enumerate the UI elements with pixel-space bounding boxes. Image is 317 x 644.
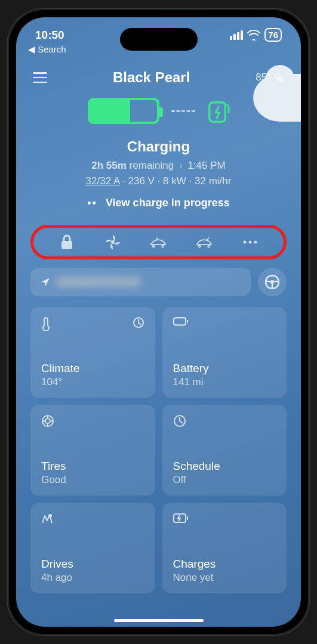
svg-point-14 (45, 419, 50, 423)
svg-point-1 (278, 77, 283, 82)
climate-card[interactable]: Climate 104° (30, 307, 155, 398)
svg-rect-3 (61, 241, 72, 249)
card-value: Good (41, 474, 144, 486)
weather[interactable]: 85° (256, 72, 284, 83)
tire-icon (41, 414, 54, 428)
battery-card[interactable]: Battery 141 mi (162, 307, 287, 398)
card-value: Off (173, 474, 276, 486)
page-title: Black Pearl (47, 69, 256, 86)
drives-card[interactable]: Drives 4h ago (30, 503, 155, 593)
status-heading: Charging (30, 138, 287, 155)
location-arrow-icon (40, 277, 51, 287)
charge-icon (173, 512, 189, 524)
svg-point-4 (111, 240, 115, 244)
location-text-blurred (57, 277, 140, 287)
battery-icon (88, 98, 159, 124)
frunk-icon (150, 236, 167, 249)
battery-indicator: 76 (264, 28, 282, 42)
card-title: Charges (173, 558, 276, 571)
svg-point-7 (254, 241, 257, 244)
battery-icon (173, 317, 189, 326)
more-button[interactable] (242, 234, 258, 250)
status-section: Charging 2h 55m remaining › 1:45 PM 32/3… (16, 135, 301, 221)
steering-wheel-icon (264, 274, 280, 290)
frunk-button[interactable] (150, 234, 167, 250)
view-charge-button[interactable]: •• View charge in progress (30, 191, 287, 218)
svg-point-6 (248, 241, 251, 244)
map-pin-icon (41, 512, 54, 525)
location-row (30, 268, 287, 296)
trunk-button[interactable] (196, 234, 213, 250)
card-value: 141 mi (173, 376, 276, 388)
card-value: 104° (41, 376, 144, 388)
status-details[interactable]: 32/32 A · 236 V · 8 kW · 32 mi/hr (30, 175, 287, 187)
amps-link[interactable]: 32/32 A (86, 175, 120, 187)
progress-dots-icon: •• (87, 197, 97, 209)
trunk-icon (196, 236, 213, 249)
fan-icon (104, 234, 121, 250)
lock-button[interactable] (59, 234, 75, 250)
status-remaining[interactable]: 2h 55m remaining › 1:45 PM (30, 160, 287, 172)
sun-cloud-icon (273, 72, 284, 83)
home-indicator[interactable] (114, 619, 204, 622)
quick-actions (30, 225, 287, 259)
screen: 10:50 76 ◀ Search Black Pearl 85° (16, 17, 301, 627)
charges-card[interactable]: Charges None yet (162, 503, 287, 593)
card-title: Drives (41, 558, 144, 571)
card-title: Battery (173, 362, 276, 375)
card-title: Schedule (173, 460, 276, 473)
svg-rect-11 (174, 318, 186, 325)
tires-card[interactable]: Tires Good (30, 405, 155, 496)
cellular-icon (230, 30, 243, 40)
svg-rect-12 (187, 320, 188, 323)
phone-frame: 10:50 76 ◀ Search Black Pearl 85° (8, 9, 309, 635)
steering-button[interactable] (258, 268, 287, 296)
lock-icon (60, 234, 74, 250)
card-title: Tires (41, 460, 144, 473)
dynamic-island (120, 28, 198, 51)
clock: 10:50 (35, 29, 64, 42)
schedule-card[interactable]: Schedule Off (162, 405, 287, 496)
card-value: None yet (173, 572, 276, 584)
charger-icon (207, 98, 230, 124)
thermometer-icon (41, 317, 51, 331)
cards-grid: Climate 104° Battery 141 mi Tires (16, 305, 301, 608)
charging-line (171, 110, 195, 112)
more-icon (242, 240, 258, 244)
header: Black Pearl 85° (16, 57, 301, 91)
svg-point-20 (48, 514, 52, 518)
clock-icon (173, 414, 186, 428)
card-value: 4h ago (41, 572, 144, 584)
fan-button[interactable] (104, 234, 121, 250)
svg-point-5 (243, 241, 246, 244)
battery-graphic (16, 91, 301, 135)
wifi-icon (247, 30, 260, 41)
weather-temp: 85° (256, 72, 271, 83)
card-title: Climate (41, 362, 144, 375)
svg-rect-22 (187, 516, 188, 520)
menu-button[interactable] (33, 72, 47, 83)
clock-icon (133, 317, 144, 329)
location-input[interactable] (30, 268, 251, 296)
